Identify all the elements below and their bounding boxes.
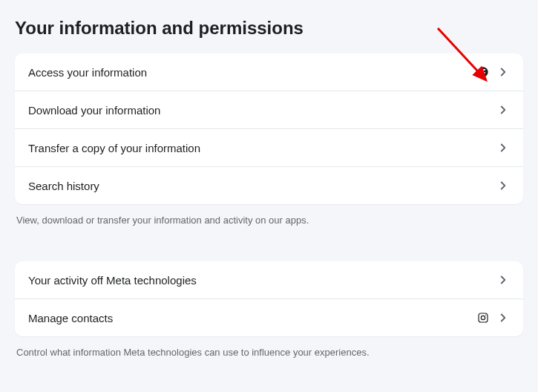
chevron-right-icon [496, 273, 510, 287]
row-transfer-copy[interactable]: Transfer a copy of your information [15, 129, 523, 167]
row-right [496, 103, 510, 117]
chevron-right-icon [496, 103, 510, 117]
row-right [496, 141, 510, 154]
row-right [496, 273, 510, 287]
chevron-right-icon [496, 65, 510, 79]
row-activity-off-meta[interactable]: Your activity off Meta technologies [15, 261, 523, 299]
chevron-right-icon [496, 311, 510, 324]
row-access-your-information[interactable]: Access your information [15, 53, 523, 91]
chevron-right-icon [496, 179, 510, 192]
page-title: Your information and permissions [15, 0, 523, 53]
row-label: Manage contacts [28, 312, 113, 324]
row-download-your-information[interactable]: Download your information [15, 91, 523, 129]
row-label: Search history [28, 180, 99, 192]
section1-helper-text: View, download or transfer your informat… [15, 204, 523, 226]
svg-point-2 [485, 315, 486, 316]
section-spacer [15, 226, 523, 261]
row-label: Your activity off Meta technologies [28, 274, 197, 287]
row-manage-contacts[interactable]: Manage contacts [15, 299, 523, 336]
row-label: Download your information [28, 104, 160, 117]
section-activity-card: Your activity off Meta technologies Mana… [15, 261, 523, 336]
row-label: Access your information [28, 66, 147, 79]
row-right [477, 311, 510, 324]
facebook-icon [477, 66, 489, 78]
section2-helper-text: Control what information Meta technologi… [15, 336, 523, 358]
row-label: Transfer a copy of your information [28, 142, 200, 154]
section-info-card: Access your information Download your in… [15, 53, 523, 204]
svg-point-1 [481, 316, 485, 319]
row-right [496, 179, 510, 192]
chevron-right-icon [496, 141, 510, 154]
instagram-icon [477, 312, 489, 324]
row-search-history[interactable]: Search history [15, 167, 523, 204]
svg-rect-0 [479, 313, 488, 322]
settings-page: Your information and permissions Access … [0, 0, 538, 358]
row-right [477, 65, 510, 79]
